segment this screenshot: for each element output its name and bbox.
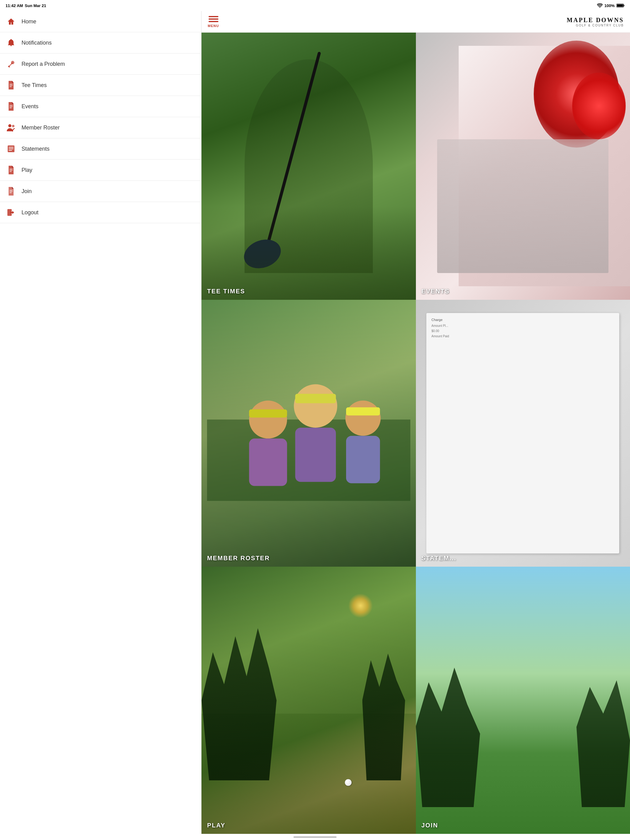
battery-display: 100%	[605, 3, 615, 8]
svg-rect-15	[9, 150, 12, 151]
svg-point-26	[249, 401, 287, 439]
svg-point-10	[8, 124, 11, 127]
tile-statements-label: STATEM...	[416, 550, 462, 567]
sidebar-item-report-problem[interactable]: Report a Problem	[0, 54, 201, 75]
tee-times-doc-icon	[6, 80, 16, 90]
sidebar-item-join-label: Join	[22, 188, 32, 195]
sidebar-item-logout-label: Logout	[22, 209, 38, 216]
wrench-icon	[6, 59, 16, 69]
svg-rect-6	[9, 87, 12, 87]
tile-events[interactable]: EVENTS	[416, 33, 630, 300]
svg-point-29	[294, 384, 337, 428]
menu-bar-1	[209, 16, 218, 17]
svg-rect-9	[9, 107, 12, 108]
svg-rect-14	[9, 148, 14, 149]
tile-tee-times[interactable]: TEE TIMES	[201, 33, 416, 300]
status-bar-right: 100%	[597, 3, 624, 8]
sidebar-item-report-label: Report a Problem	[22, 61, 65, 67]
sidebar-item-play[interactable]: Play	[0, 159, 201, 181]
people-icon	[6, 123, 16, 133]
svg-rect-18	[9, 171, 12, 172]
people-decoration	[201, 300, 416, 567]
svg-rect-27	[249, 409, 287, 418]
svg-rect-31	[295, 428, 336, 482]
sidebar-item-statements[interactable]: Statements	[0, 138, 201, 159]
sidebar-item-events[interactable]: Events	[0, 96, 201, 117]
sidebar-item-play-label: Play	[22, 167, 32, 174]
status-bar-left: 11:42 AM Sun Mar 21	[6, 3, 46, 8]
brand-logo: Maple Downs Golf & Country Club	[567, 17, 624, 27]
svg-rect-2	[617, 5, 623, 7]
sidebar-item-join[interactable]: Join	[0, 181, 201, 202]
tile-play[interactable]: PLAY	[201, 567, 416, 834]
sidebar: Home Notifications Report a Problem	[0, 11, 201, 834]
home-indicator	[0, 834, 630, 840]
svg-point-11	[12, 125, 14, 127]
svg-rect-20	[9, 191, 13, 192]
sidebar-item-notifications[interactable]: Notifications	[0, 32, 201, 54]
sun-decoration	[348, 594, 373, 618]
sidebar-item-statements-label: Statements	[22, 146, 49, 152]
tile-join-label: JOIN	[416, 817, 444, 834]
bell-icon	[6, 38, 16, 47]
svg-rect-8	[9, 106, 13, 107]
battery-icon	[616, 3, 624, 8]
svg-rect-4	[9, 84, 13, 85]
wifi-icon	[597, 3, 603, 8]
svg-rect-21	[9, 193, 12, 193]
svg-rect-19	[9, 190, 13, 191]
status-bar: 11:42 AM Sun Mar 21 100%	[0, 0, 630, 11]
sidebar-item-home-label: Home	[22, 19, 36, 25]
list-icon	[6, 144, 16, 154]
sidebar-item-logout[interactable]: Logout	[0, 202, 201, 223]
brand-subtitle: Golf & Country Club	[576, 24, 624, 27]
tile-play-label: PLAY	[201, 817, 231, 834]
play-doc-icon	[6, 165, 16, 175]
sidebar-item-tee-times-label: Tee Times	[22, 82, 47, 88]
events-doc-icon	[6, 101, 16, 111]
time-display: 11:42 AM	[6, 3, 23, 8]
menu-button[interactable]: MENU	[207, 16, 219, 28]
svg-rect-16	[9, 169, 13, 169]
logout-icon	[6, 208, 16, 217]
svg-rect-34	[346, 436, 380, 483]
svg-rect-33	[346, 407, 380, 415]
menu-label: MENU	[207, 24, 219, 28]
home-icon	[6, 17, 16, 27]
tile-join[interactable]: JOIN	[416, 567, 630, 834]
brand-name: Maple Downs	[567, 17, 624, 24]
svg-rect-7	[9, 105, 13, 106]
svg-rect-1	[624, 5, 624, 6]
tiles-grid: TEE TIMES EVENTS	[201, 33, 630, 834]
tile-statements[interactable]: Charge Amount Pl... $0.00 Amount Paid ST…	[416, 300, 630, 567]
tile-member-roster-label: MEMBER ROSTER	[201, 550, 275, 567]
join-doc-icon	[6, 186, 16, 196]
sidebar-item-tee-times[interactable]: Tee Times	[0, 75, 201, 96]
svg-point-32	[345, 401, 381, 436]
sidebar-item-member-roster[interactable]: Member Roster	[0, 117, 201, 138]
main-content: MENU Maple Downs Golf & Country Club	[201, 11, 630, 834]
app-container: Home Notifications Report a Problem	[0, 11, 630, 834]
tile-events-label: EVENTS	[416, 283, 455, 300]
svg-rect-13	[9, 147, 14, 148]
sidebar-item-home[interactable]: Home	[0, 11, 201, 32]
svg-rect-30	[295, 394, 336, 403]
home-bar	[293, 836, 337, 838]
menu-bar-2	[209, 19, 218, 20]
sidebar-item-notifications-label: Notifications	[22, 39, 52, 46]
date-display: Sun Mar 21	[25, 3, 46, 8]
sidebar-item-events-label: Events	[22, 103, 38, 110]
tile-tee-times-label: TEE TIMES	[201, 283, 251, 300]
svg-rect-28	[249, 439, 287, 486]
tile-member-roster[interactable]: MEMBER ROSTER	[201, 300, 416, 567]
menu-bar-3	[209, 21, 218, 22]
svg-rect-5	[9, 85, 13, 86]
svg-rect-17	[9, 170, 13, 171]
sidebar-item-member-roster-label: Member Roster	[22, 125, 60, 131]
top-bar: MENU Maple Downs Golf & Country Club	[201, 11, 630, 33]
